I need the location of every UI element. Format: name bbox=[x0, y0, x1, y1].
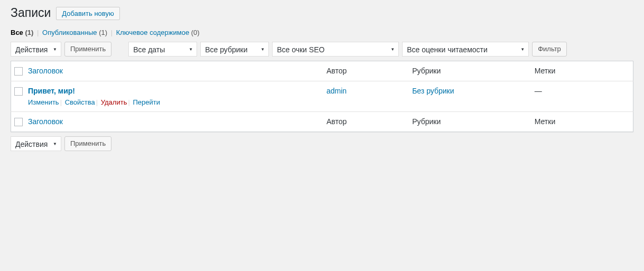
column-categories-footer: Рубрики bbox=[407, 112, 529, 132]
filter-all-count: (1) bbox=[25, 29, 33, 36]
action-view[interactable]: Перейти bbox=[133, 98, 160, 106]
status-filters: Все (1) | Опубликованные (1) | Ключевое … bbox=[11, 29, 633, 36]
bulk-apply-button-bottom[interactable]: Применить bbox=[64, 136, 111, 151]
column-title-footer[interactable]: Заголовок bbox=[28, 117, 63, 126]
column-author-footer: Автор bbox=[321, 112, 407, 132]
column-author-header: Автор bbox=[321, 61, 407, 81]
filter-published-count: (1) bbox=[99, 29, 107, 36]
filter-seo-select[interactable]: Все очки SEO bbox=[272, 42, 399, 57]
filter-cornerstone[interactable]: Ключевое содержимое bbox=[116, 29, 191, 36]
filter-categories-select[interactable]: Все рубрики bbox=[200, 42, 269, 57]
row-checkbox[interactable] bbox=[14, 87, 23, 96]
page-title: Записи bbox=[11, 5, 51, 21]
separator: | bbox=[111, 29, 113, 36]
filter-published-label: Опубликованные bbox=[42, 29, 97, 36]
post-author-link[interactable]: admin bbox=[326, 87, 347, 95]
row-actions: Изменить| Свойства| Удалить| Перейти bbox=[28, 98, 316, 106]
filter-all[interactable]: Все (1) bbox=[11, 29, 35, 36]
filter-all-label: Все bbox=[11, 29, 23, 36]
action-trash[interactable]: Удалить bbox=[101, 98, 127, 106]
filter-cornerstone-label: Ключевое содержимое bbox=[116, 29, 189, 36]
post-title-link[interactable]: Привет, мир! bbox=[28, 87, 75, 95]
bulk-actions-select-bottom[interactable]: Действия bbox=[11, 136, 61, 151]
column-title-header[interactable]: Заголовок bbox=[28, 67, 63, 75]
table-row: Привет, мир! Изменить| Свойства| Удалить… bbox=[11, 81, 633, 112]
action-quick-edit[interactable]: Свойства bbox=[65, 98, 95, 106]
posts-table: Заголовок Автор Рубрики Метки Привет, ми… bbox=[11, 61, 633, 133]
select-all-checkbox-bottom[interactable] bbox=[14, 118, 23, 126]
column-tags-footer: Метки bbox=[529, 112, 633, 132]
action-edit[interactable]: Изменить bbox=[28, 98, 59, 106]
post-tags: — bbox=[529, 81, 633, 112]
add-new-button[interactable]: Добавить новую bbox=[56, 7, 119, 20]
bulk-apply-button[interactable]: Применить bbox=[64, 42, 111, 57]
filter-dates-select[interactable]: Все даты bbox=[128, 42, 197, 57]
tablenav-bottom: Действия Применить bbox=[11, 136, 633, 151]
filter-cornerstone-count: (0) bbox=[191, 29, 200, 36]
filter-published[interactable]: Опубликованные (1) bbox=[42, 29, 109, 36]
select-all-checkbox-top[interactable] bbox=[14, 67, 23, 76]
column-tags-header: Метки bbox=[529, 61, 633, 81]
filter-button[interactable]: Фильтр bbox=[532, 42, 567, 57]
separator: | bbox=[37, 29, 39, 36]
filter-readability-select[interactable]: Все оценки читаемости bbox=[402, 42, 529, 57]
bulk-actions-select[interactable]: Действия bbox=[11, 42, 61, 57]
column-categories-header: Рубрики bbox=[407, 61, 529, 81]
tablenav-top: Действия Применить Все даты Все рубрики … bbox=[11, 42, 633, 57]
post-category-link[interactable]: Без рубрики bbox=[412, 87, 454, 95]
